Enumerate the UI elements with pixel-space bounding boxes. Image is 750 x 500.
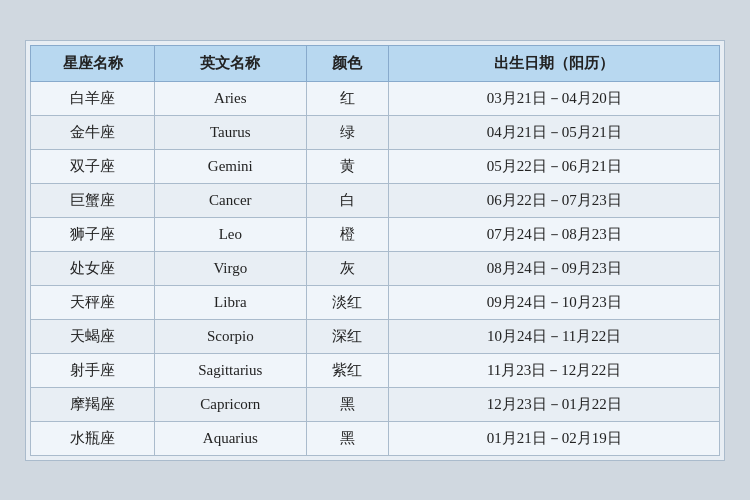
table-row: 天蝎座Scorpio深红10月24日－11月22日: [31, 319, 720, 353]
cell-en-name: Aries: [155, 81, 307, 115]
table-row: 白羊座Aries红03月21日－04月20日: [31, 81, 720, 115]
cell-date: 07月24日－08月23日: [389, 217, 720, 251]
cell-en-name: Aquarius: [155, 421, 307, 455]
header-en-name: 英文名称: [155, 45, 307, 81]
cell-color: 黑: [306, 387, 389, 421]
zodiac-table-container: 星座名称 英文名称 颜色 出生日期（阳历） 白羊座Aries红03月21日－04…: [25, 40, 725, 461]
table-row: 金牛座Taurus绿04月21日－05月21日: [31, 115, 720, 149]
cell-zh-name: 狮子座: [31, 217, 155, 251]
cell-zh-name: 双子座: [31, 149, 155, 183]
table-row: 双子座Gemini黄05月22日－06月21日: [31, 149, 720, 183]
cell-zh-name: 射手座: [31, 353, 155, 387]
table-row: 巨蟹座Cancer白06月22日－07月23日: [31, 183, 720, 217]
table-row: 处女座Virgo灰08月24日－09月23日: [31, 251, 720, 285]
cell-date: 06月22日－07月23日: [389, 183, 720, 217]
table-row: 天秤座Libra淡红09月24日－10月23日: [31, 285, 720, 319]
cell-zh-name: 处女座: [31, 251, 155, 285]
cell-date: 03月21日－04月20日: [389, 81, 720, 115]
cell-en-name: Sagittarius: [155, 353, 307, 387]
cell-date: 04月21日－05月21日: [389, 115, 720, 149]
cell-date: 01月21日－02月19日: [389, 421, 720, 455]
cell-color: 紫红: [306, 353, 389, 387]
cell-color: 红: [306, 81, 389, 115]
cell-color: 白: [306, 183, 389, 217]
cell-en-name: Virgo: [155, 251, 307, 285]
cell-date: 12月23日－01月22日: [389, 387, 720, 421]
table-row: 摩羯座Capricorn黑12月23日－01月22日: [31, 387, 720, 421]
cell-color: 灰: [306, 251, 389, 285]
cell-en-name: Gemini: [155, 149, 307, 183]
header-date: 出生日期（阳历）: [389, 45, 720, 81]
cell-zh-name: 天蝎座: [31, 319, 155, 353]
cell-en-name: Scorpio: [155, 319, 307, 353]
cell-color: 黑: [306, 421, 389, 455]
cell-en-name: Capricorn: [155, 387, 307, 421]
table-row: 狮子座Leo橙07月24日－08月23日: [31, 217, 720, 251]
cell-en-name: Libra: [155, 285, 307, 319]
table-header-row: 星座名称 英文名称 颜色 出生日期（阳历）: [31, 45, 720, 81]
cell-date: 09月24日－10月23日: [389, 285, 720, 319]
cell-zh-name: 天秤座: [31, 285, 155, 319]
table-row: 水瓶座Aquarius黑01月21日－02月19日: [31, 421, 720, 455]
cell-en-name: Taurus: [155, 115, 307, 149]
cell-zh-name: 摩羯座: [31, 387, 155, 421]
header-color: 颜色: [306, 45, 389, 81]
cell-color: 橙: [306, 217, 389, 251]
cell-zh-name: 金牛座: [31, 115, 155, 149]
cell-color: 淡红: [306, 285, 389, 319]
cell-date: 05月22日－06月21日: [389, 149, 720, 183]
cell-color: 绿: [306, 115, 389, 149]
cell-zh-name: 白羊座: [31, 81, 155, 115]
table-row: 射手座Sagittarius紫红11月23日－12月22日: [31, 353, 720, 387]
cell-zh-name: 水瓶座: [31, 421, 155, 455]
cell-en-name: Leo: [155, 217, 307, 251]
cell-date: 08月24日－09月23日: [389, 251, 720, 285]
cell-date: 10月24日－11月22日: [389, 319, 720, 353]
cell-en-name: Cancer: [155, 183, 307, 217]
cell-zh-name: 巨蟹座: [31, 183, 155, 217]
header-zh-name: 星座名称: [31, 45, 155, 81]
table-body: 白羊座Aries红03月21日－04月20日金牛座Taurus绿04月21日－0…: [31, 81, 720, 455]
cell-date: 11月23日－12月22日: [389, 353, 720, 387]
zodiac-table: 星座名称 英文名称 颜色 出生日期（阳历） 白羊座Aries红03月21日－04…: [30, 45, 720, 456]
cell-color: 深红: [306, 319, 389, 353]
cell-color: 黄: [306, 149, 389, 183]
